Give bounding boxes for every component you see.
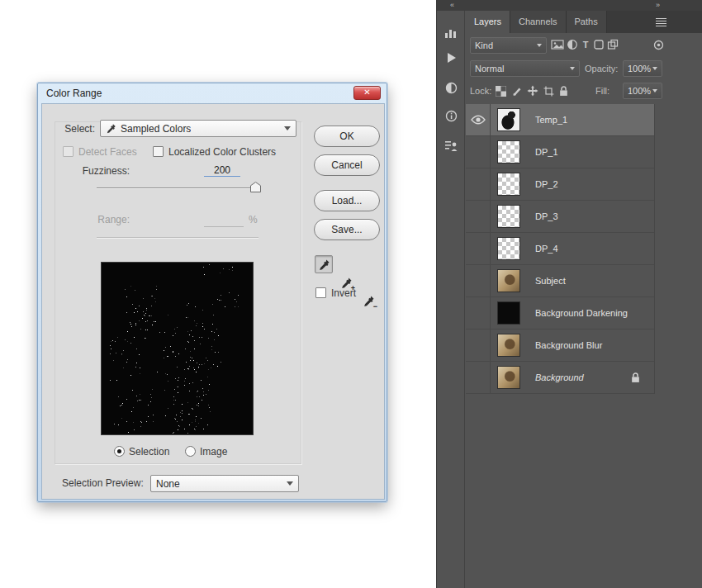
layer-name: Background Darkening [535, 308, 628, 318]
histogram-icon [444, 27, 458, 39]
filter-kind-value: Kind [475, 40, 493, 50]
screenshot-root: Color Range ✕ Select: Sampled Colors Det… [0, 0, 702, 588]
layer-row[interactable]: Background Darkening [466, 297, 654, 330]
eye-icon [471, 115, 486, 125]
visibility-toggle[interactable] [466, 330, 491, 361]
layer-row[interactable]: Subject [466, 265, 654, 297]
layer-row[interactable]: Temp_1 [466, 104, 654, 136]
select-dropdown[interactable]: Sampled Colors [100, 120, 296, 137]
visibility-toggle[interactable] [466, 168, 491, 200]
layer-row[interactable]: DP_4 [466, 233, 654, 265]
layer-name: DP_3 [535, 211, 558, 221]
layer-name: Temp_1 [535, 115, 567, 125]
blend-mode-dropdown[interactable]: Normal [470, 60, 580, 77]
layer-row[interactable]: Background [466, 362, 654, 394]
fill-dropdown[interactable]: 100% [623, 83, 662, 99]
actions-panel-button[interactable] [437, 45, 465, 70]
layer-thumbnail[interactable] [498, 238, 519, 259]
image-radio[interactable] [185, 446, 196, 457]
opacity-dropdown[interactable]: 100% [623, 60, 662, 77]
save-button[interactable]: Save... [314, 219, 380, 240]
info-panel-button[interactable] [437, 103, 465, 128]
fuzziness-slider-thumb[interactable] [250, 182, 261, 192]
detect-faces-label: Detect Faces [78, 146, 137, 158]
visibility-toggle[interactable] [466, 362, 491, 393]
filter-pixel-layers-icon[interactable] [551, 39, 564, 50]
collapse-panels-icon[interactable]: » [656, 0, 659, 11]
panel-tabbar: Layers Channels Paths [466, 11, 702, 33]
selection-preview-value: None [156, 478, 180, 490]
character-styles-panel-button[interactable] [437, 133, 465, 158]
detect-faces-checkbox[interactable] [63, 146, 74, 157]
layer-thumbnail[interactable] [498, 141, 519, 163]
tab-channels[interactable]: Channels [510, 11, 566, 33]
expand-panels-icon[interactable]: « [450, 0, 453, 11]
filter-type-layers-icon[interactable]: T [581, 39, 591, 50]
close-icon: ✕ [363, 88, 370, 97]
chevron-down-icon [287, 481, 293, 486]
filter-adjustment-layers-icon[interactable] [567, 39, 578, 50]
cancel-button[interactable]: Cancel [314, 154, 380, 176]
lock-transparency-icon[interactable] [496, 85, 506, 97]
visibility-toggle[interactable] [466, 297, 491, 329]
selection-preview-dropdown[interactable]: None [150, 475, 299, 492]
fill-value: 100% [628, 86, 651, 96]
eyedropper-sample-button[interactable] [315, 255, 333, 273]
layer-thumbnail[interactable] [498, 367, 519, 388]
layer-row[interactable]: DP_1 [466, 136, 654, 168]
localized-clusters-checkbox[interactable] [153, 146, 164, 157]
chevron-down-icon [284, 126, 291, 130]
layer-thumbnail[interactable] [498, 206, 519, 227]
dialog-close-button[interactable]: ✕ [353, 86, 381, 100]
fuzziness-value-field[interactable]: 200 [204, 164, 240, 177]
visibility-toggle[interactable] [466, 233, 491, 264]
filter-shape-layers-icon[interactable] [593, 39, 605, 50]
chevron-down-icon [652, 67, 657, 70]
tab-paths[interactable]: Paths [567, 11, 607, 33]
visibility-toggle[interactable] [466, 201, 491, 232]
preview-speckles [102, 263, 102, 263]
lock-all-icon[interactable] [559, 85, 568, 97]
visibility-toggle[interactable] [466, 136, 491, 168]
info-icon [445, 110, 458, 122]
tab-layers[interactable]: Layers [466, 11, 510, 33]
layer-filter-toggle[interactable] [653, 40, 664, 50]
layer-row[interactable]: DP_3 [466, 201, 654, 233]
layer-name: Background [535, 372, 584, 382]
selection-radio[interactable] [114, 446, 125, 457]
layer-thumbnail[interactable] [498, 109, 519, 130]
filter-kind-dropdown[interactable]: Kind [470, 37, 547, 54]
eyedropper-subtract-button[interactable]: − [359, 292, 377, 310]
opacity-value: 100% [628, 64, 651, 74]
layer-row[interactable]: Background Blur [466, 330, 654, 362]
lock-artboard-icon[interactable] [543, 85, 554, 97]
visibility-toggle[interactable] [466, 104, 491, 135]
filter-type-icons: T [551, 39, 619, 50]
layer-thumbnail[interactable] [498, 334, 519, 356]
opacity-label: Opacity: [585, 64, 618, 74]
visibility-toggle[interactable] [466, 265, 491, 296]
dock-topbar: « » [437, 0, 702, 11]
lock-pixels-icon[interactable] [511, 85, 522, 97]
histogram-panel-button[interactable] [437, 21, 465, 45]
lock-position-icon[interactable] [527, 85, 538, 97]
eyedropper-icon [318, 258, 330, 271]
photoshop-dock: « » [436, 0, 702, 588]
panel-menu-icon[interactable] [656, 18, 666, 28]
filter-smart-object-icon[interactable] [607, 39, 619, 50]
fuzziness-label: Fuzziness: [42, 165, 130, 177]
layer-thumbnail[interactable] [498, 270, 519, 292]
ok-button[interactable]: OK [314, 126, 380, 147]
layer-row[interactable]: DP_2 [466, 168, 654, 201]
load-button[interactable]: Load... [314, 190, 380, 211]
play-icon [446, 52, 457, 64]
layer-thumbnail[interactable] [498, 302, 519, 324]
invert-checkbox[interactable] [315, 287, 326, 298]
layer-thumbnail[interactable] [498, 173, 519, 195]
adjustments-panel-button[interactable] [437, 75, 465, 100]
fuzziness-slider-track[interactable] [97, 187, 259, 189]
select-value: Sampled Colors [121, 123, 191, 135]
layers-panel: Layers Channels Paths Kind [466, 11, 702, 588]
adjustments-icon [445, 82, 458, 94]
blend-mode-value: Normal [475, 64, 504, 74]
